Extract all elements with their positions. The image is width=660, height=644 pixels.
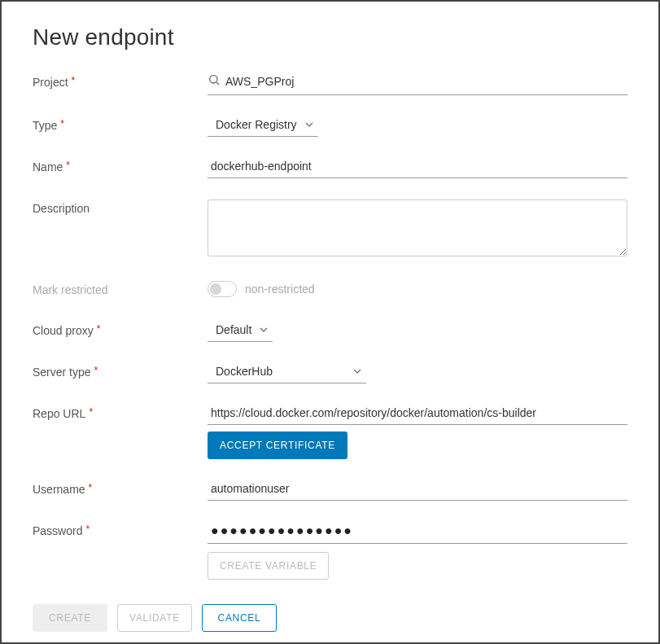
- type-label-text: Type: [33, 119, 57, 132]
- type-select[interactable]: Docker Registry: [208, 116, 318, 137]
- name-input[interactable]: [208, 158, 627, 178]
- username-label: Username *: [33, 480, 208, 496]
- server-type-label: Server type *: [33, 363, 208, 379]
- mark-restricted-label: Mark restricted: [33, 281, 208, 296]
- cloud-proxy-value: Default: [216, 323, 251, 336]
- required-asterisk: *: [89, 482, 93, 493]
- project-label: Project *: [33, 73, 208, 89]
- create-button[interactable]: Create: [33, 604, 107, 632]
- cloud-proxy-label-text: Cloud proxy: [33, 324, 94, 337]
- required-asterisk: *: [97, 323, 101, 335]
- chevron-down-icon: [353, 367, 361, 375]
- validate-button[interactable]: Validate: [117, 604, 192, 632]
- cloud-proxy-label: Cloud proxy *: [33, 322, 208, 337]
- page-title: New endpoint: [33, 24, 627, 50]
- cancel-button[interactable]: Cancel: [202, 604, 277, 632]
- required-asterisk: *: [94, 365, 98, 376]
- username-label-text: Username: [33, 483, 85, 496]
- footer-actions: Create Validate Cancel: [33, 604, 627, 632]
- repo-url-label: Repo URL *: [33, 405, 208, 420]
- name-label-text: Name: [33, 160, 63, 173]
- description-label-text: Description: [33, 202, 90, 215]
- description-textarea[interactable]: [208, 199, 627, 256]
- mark-restricted-state: non-restricted: [245, 283, 315, 296]
- chevron-down-icon: [260, 326, 268, 334]
- password-label: Password *: [33, 522, 208, 537]
- username-input[interactable]: [208, 480, 627, 501]
- toggle-knob: [210, 283, 221, 295]
- svg-point-0: [210, 76, 217, 83]
- project-label-text: Project: [33, 76, 68, 89]
- repo-url-label-text: Repo URL: [33, 407, 85, 420]
- password-input[interactable]: [208, 522, 627, 544]
- accept-certificate-button[interactable]: Accept Certificate: [208, 432, 347, 459]
- required-asterisk: *: [72, 75, 76, 86]
- required-asterisk: *: [85, 524, 90, 535]
- search-icon: [208, 73, 225, 90]
- repo-url-input[interactable]: [208, 405, 627, 425]
- password-label-text: Password: [33, 524, 82, 537]
- endpoint-form: Project * Type * Docker Registry: [33, 73, 627, 632]
- type-select-value: Docker Registry: [216, 118, 297, 131]
- server-type-label-text: Server type: [33, 366, 91, 379]
- svg-line-1: [216, 82, 219, 85]
- create-variable-button[interactable]: Create Variable: [208, 552, 329, 580]
- name-label: Name *: [33, 158, 208, 173]
- project-search-input[interactable]: [208, 73, 627, 95]
- required-asterisk: *: [66, 160, 70, 171]
- cloud-proxy-select[interactable]: Default: [208, 322, 273, 342]
- required-asterisk: *: [89, 406, 93, 418]
- project-input[interactable]: [225, 75, 627, 88]
- mark-restricted-label-text: Mark restricted: [33, 283, 108, 296]
- mark-restricted-toggle[interactable]: [208, 281, 237, 297]
- type-label: Type *: [33, 116, 208, 132]
- required-asterisk: *: [60, 118, 64, 129]
- description-label: Description: [33, 199, 208, 215]
- chevron-down-icon: [305, 120, 313, 129]
- server-type-select[interactable]: DockerHub: [208, 363, 366, 383]
- server-type-value: DockerHub: [216, 365, 273, 378]
